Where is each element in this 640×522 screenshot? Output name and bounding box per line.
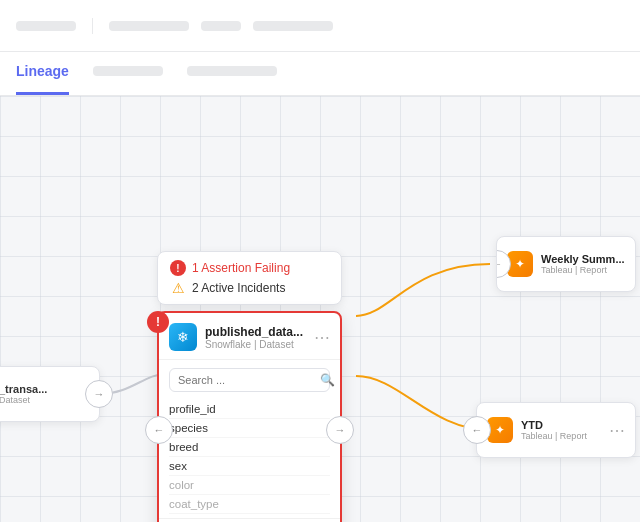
ytd-node-text: YTD Tableau | Report (521, 419, 587, 441)
search-icon: 🔍 (320, 373, 335, 387)
weekly-summary-node[interactable]: ← ✦ Weekly Summ... Tableau | Report (496, 236, 636, 292)
field-sex: sex (169, 457, 330, 476)
main-node-arrow-out[interactable]: → (326, 416, 354, 444)
weekly-node-text: Weekly Summ... Tableau | Report (541, 253, 625, 275)
main-node-sub: Snowflake | Dataset (205, 339, 306, 350)
left-node-sub: Dataset (0, 395, 47, 405)
main-node-arrow-in[interactable]: ← (145, 416, 173, 444)
weekly-node-sub: Tableau | Report (541, 265, 625, 275)
snowflake-icon: ❄ (169, 323, 197, 351)
search-input[interactable] (178, 374, 316, 386)
ytd-node[interactable]: ← ✦ YTD Tableau | Report ⋯ (476, 402, 636, 458)
topbar-pill-2 (109, 21, 189, 31)
incidents-row: ⚠ 2 Active Incidents (170, 280, 329, 296)
main-node-header: ❄ published_data... Snowflake | Dataset … (159, 313, 340, 360)
pagination-row: ‹ 1 2 3 4 › (159, 518, 340, 522)
incidents-text: 2 Active Incidents (192, 281, 285, 295)
main-node-menu-button[interactable]: ⋯ (314, 328, 330, 347)
field-color: color (169, 476, 330, 495)
lineage-canvas: _transa... Dataset → ! 1 Assertion Faili… (0, 96, 640, 522)
field-breed: breed (169, 438, 330, 457)
left-node[interactable]: _transa... Dataset → (0, 366, 100, 422)
tab-bar: Lineage (0, 52, 640, 96)
alert-bubble: ! 1 Assertion Failing ⚠ 2 Active Inciden… (157, 251, 342, 305)
tab-lineage[interactable]: Lineage (16, 51, 69, 95)
tab-2[interactable] (93, 51, 163, 95)
topbar-pill-3 (201, 21, 241, 31)
assertion-row: ! 1 Assertion Failing (170, 260, 329, 276)
main-node-wrapper: ! 1 Assertion Failing ⚠ 2 Active Inciden… (157, 251, 342, 522)
tab-2-placeholder (93, 66, 163, 76)
main-node-title: published_data... (205, 325, 306, 339)
field-coat-type: coat_type (169, 495, 330, 514)
assertion-text: 1 Assertion Failing (192, 261, 290, 275)
weekly-node-title: Weekly Summ... (541, 253, 625, 265)
tab-3-placeholder (187, 66, 277, 76)
top-bar (0, 0, 640, 52)
field-species: species (169, 419, 330, 438)
topbar-pill-4 (253, 21, 333, 31)
topbar-sep (92, 18, 93, 34)
field-profile-id: profile_id (169, 400, 330, 419)
error-badge: ! (147, 311, 169, 333)
left-node-arrow-out[interactable]: → (85, 380, 113, 408)
assertion-error-icon: ! (170, 260, 186, 276)
incidents-warning-icon: ⚠ (170, 280, 186, 296)
left-node-title: _transa... (0, 383, 47, 395)
ytd-node-title: YTD (521, 419, 587, 431)
ytd-node-menu-button[interactable]: ⋯ (609, 421, 625, 440)
ytd-node-sub: Tableau | Report (521, 431, 587, 441)
main-node-search-box[interactable]: 🔍 (169, 368, 330, 392)
ytd-arrow-in[interactable]: ← (463, 416, 491, 444)
main-node[interactable]: ← → ❄ published_data... Snowflake | Data… (157, 311, 342, 522)
topbar-pill-1 (16, 21, 76, 31)
field-list: profile_id species breed sex color coat_… (159, 400, 340, 518)
tab-3[interactable] (187, 51, 277, 95)
